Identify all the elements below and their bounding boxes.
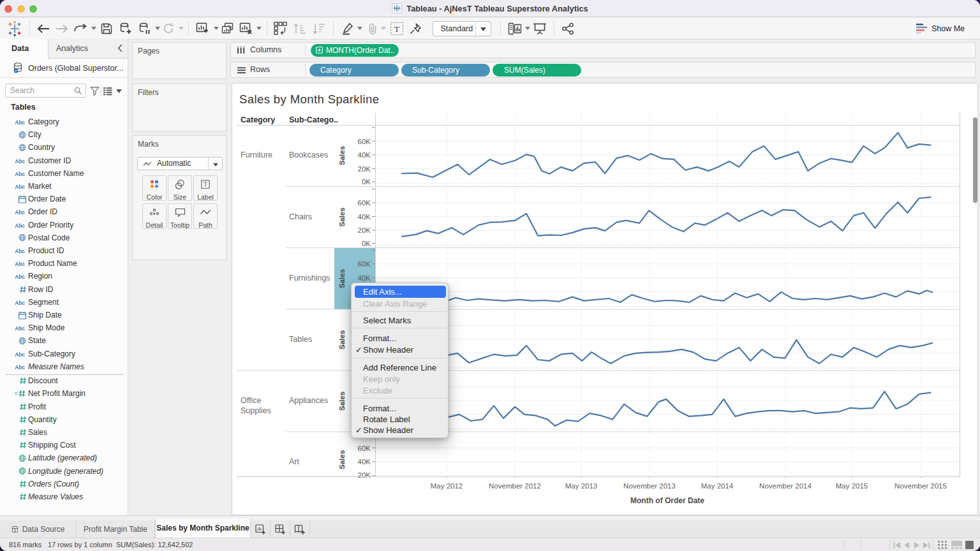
svg-text:20K: 20K — [358, 226, 371, 234]
svg-text:60K: 60K — [358, 138, 371, 145]
svg-text:Sales: Sales — [338, 330, 346, 349]
svg-text:Tables: Tables — [289, 335, 312, 344]
svg-text:Furniture: Furniture — [241, 151, 272, 159]
svg-text:20K: 20K — [358, 165, 371, 173]
svg-text:November 2014: November 2014 — [759, 482, 812, 490]
svg-text:0K: 0K — [362, 178, 371, 186]
svg-text:Sales: Sales — [338, 450, 346, 469]
svg-text:Supplies: Supplies — [241, 406, 271, 415]
svg-text:May 2012: May 2012 — [431, 482, 463, 490]
svg-text:Sales: Sales — [338, 146, 346, 165]
svg-text:Category: Category — [241, 115, 275, 124]
svg-text:40K: 40K — [358, 274, 371, 282]
svg-text:Sales: Sales — [338, 207, 346, 226]
svg-text:November 2012: November 2012 — [489, 482, 541, 490]
svg-text:20K: 20K — [358, 471, 371, 479]
svg-text:0K: 0K — [362, 240, 371, 247]
svg-text:Bookcases: Bookcases — [289, 151, 328, 159]
svg-text:Sales by Month Sparkline: Sales by Month Sparkline — [239, 92, 379, 106]
svg-text:May 2013: May 2013 — [565, 482, 598, 490]
svg-text:60K: 60K — [358, 199, 371, 207]
svg-text:Sales: Sales — [338, 392, 346, 411]
svg-text:May 2014: May 2014 — [701, 482, 734, 490]
svg-text:Art: Art — [289, 457, 300, 466]
svg-text:Month of Order Date: Month of Order Date — [630, 496, 704, 505]
svg-text:Chairs: Chairs — [289, 212, 312, 221]
svg-text:T: T — [204, 181, 207, 187]
svg-text:Appliances: Appliances — [289, 396, 328, 405]
svg-text:60K: 60K — [358, 444, 371, 452]
svg-text:November 2013: November 2013 — [623, 482, 676, 490]
svg-text:Furnishings: Furnishings — [289, 274, 330, 283]
svg-text:40K: 40K — [358, 458, 371, 466]
svg-text:Sub-Catego..: Sub-Catego.. — [289, 115, 338, 124]
svg-text:Office: Office — [241, 396, 261, 405]
svg-text:T: T — [394, 24, 399, 34]
svg-text:May 2015: May 2015 — [836, 482, 868, 490]
svg-text:60K: 60K — [358, 260, 371, 268]
svg-text:Sales: Sales — [338, 269, 346, 288]
svg-text:40K: 40K — [358, 151, 371, 159]
svg-text:November 2015: November 2015 — [895, 482, 947, 490]
svg-text:40K: 40K — [358, 213, 371, 221]
